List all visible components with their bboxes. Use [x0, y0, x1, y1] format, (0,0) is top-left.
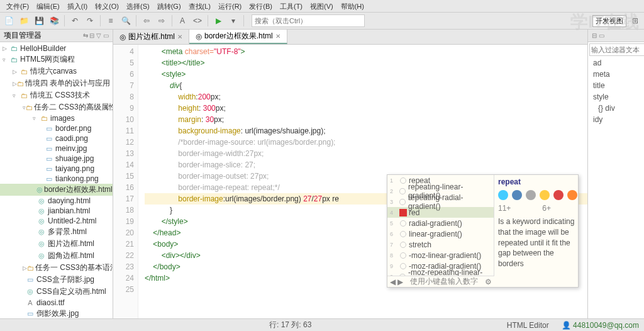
line-gutter: 45678910111213141516171819202122232425: [113, 45, 138, 318]
toolbar: 📄 📁 💾 📚 ↶ ↷ ≡ 🔍 ⇦ ⇨ A <> ▶ ▾ 开发视图 ⊞: [0, 13, 644, 30]
redo-icon[interactable]: ↷: [84, 14, 96, 27]
separator: [136, 15, 136, 26]
tab-active[interactable]: ◎border边框效果.html✕: [189, 30, 287, 44]
ac-item[interactable]: 6linear-gradient(): [387, 228, 494, 239]
outline-item[interactable]: meta: [588, 69, 644, 80]
menu-goto[interactable]: 跳转(G): [153, 1, 185, 11]
outline-item[interactable]: style: [588, 91, 644, 103]
menu-help[interactable]: 帮助(H): [337, 1, 368, 11]
autocomplete-popup: 1repeat 2repeating-linear-gradient() 3re…: [387, 174, 579, 288]
separator: [208, 15, 208, 26]
tree-folder[interactable]: ▷🗀情境四 表单的设计与应用: [0, 77, 113, 89]
project-tree[interactable]: ▷🗀HelloHBuilder ▿🗀HTML5网页编程 ▷🗀情境六canvas …: [0, 42, 113, 318]
find-icon[interactable]: 🔍: [119, 14, 132, 27]
watermark: 学IT在线: [570, 10, 639, 34]
tree-file[interactable]: Adiaosi.ttf: [0, 298, 113, 308]
dropdown-icon[interactable]: ▾: [227, 14, 240, 27]
menu-file[interactable]: 文件(F): [3, 1, 33, 11]
ac-item[interactable]: 8-moz-linear-gradient(): [387, 250, 494, 261]
outline-item[interactable]: {} div: [588, 103, 644, 114]
tree-file[interactable]: ◎jianbian.html: [0, 206, 113, 216]
tree-file[interactable]: ◎多背景.html: [0, 226, 113, 238]
tree-project[interactable]: ▿🗀HTML5网页编程: [0, 53, 113, 65]
menu-select[interactable]: 选择(S): [123, 1, 153, 11]
status-position: 行: 17 列: 63: [269, 320, 311, 330]
tree-folder[interactable]: ▿🗀images: [0, 113, 113, 123]
tree-file[interactable]: ◎daoying.html: [0, 196, 113, 206]
tree-folder[interactable]: ▿🗀情境五 CSS3技术: [0, 89, 113, 101]
autocomplete-list[interactable]: 1repeat 2repeating-linear-gradient() 3re…: [387, 175, 494, 276]
separator: [172, 15, 172, 26]
menu-convert[interactable]: 转义(O): [91, 1, 123, 11]
status-user[interactable]: 👤 44810049@qq.com: [562, 321, 639, 330]
separator: [243, 15, 244, 26]
new-file-icon[interactable]: 📄: [3, 14, 15, 27]
menu-insert[interactable]: 插入(I): [64, 1, 91, 11]
search-input[interactable]: [252, 14, 365, 27]
tree-file[interactable]: ◎Untitled-2.html: [0, 216, 113, 226]
tree-file[interactable]: ▭tiankong.png: [0, 174, 113, 184]
text-size-icon[interactable]: A: [176, 14, 189, 27]
menubar: 文件(F) 编辑(E) 插入(I) 转义(O) 选择(S) 跳转(G) 查找(L…: [0, 0, 644, 13]
close-icon[interactable]: ✕: [177, 33, 182, 40]
tree-file[interactable]: ▭taiyang.png: [0, 164, 113, 174]
save-all-icon[interactable]: 📚: [48, 14, 60, 27]
tree-file[interactable]: ◎圆角边框.html: [0, 250, 113, 262]
statusbar: 行: 17 列: 63 HTML Editor 👤 44810049@qq.co…: [0, 318, 644, 331]
outline-item[interactable]: idy: [588, 114, 644, 125]
tree-file[interactable]: ▭meinv.jpg: [0, 143, 113, 154]
menu-tools[interactable]: 工具(T): [276, 1, 306, 11]
format-icon[interactable]: ≡: [104, 14, 117, 27]
back-icon[interactable]: ⇦: [140, 14, 153, 27]
status-editor: HTML Editor: [507, 321, 549, 330]
ac-item[interactable]: 7stretch: [387, 239, 494, 250]
tree-file[interactable]: ▭倒影效果.jpg: [0, 308, 113, 318]
outline-panel: ⊟ ▭ ad meta title style {} div idy: [587, 30, 644, 318]
tree-file[interactable]: ◎图片边框.html: [0, 238, 113, 250]
autocomplete-doc: repeat 11+6+ Is a keyword indicating tha…: [494, 175, 581, 287]
tree-folder[interactable]: ▿🗀任务二 CSS3的高级属性: [0, 101, 113, 113]
tree-file[interactable]: ▭border.png: [0, 123, 113, 133]
doc-text: Is a keyword indicating that the image w…: [498, 216, 577, 269]
menu-run[interactable]: 运行(R): [214, 1, 245, 11]
menu-find[interactable]: 查找(L): [185, 1, 214, 11]
panel-title: 项目管理器: [4, 30, 42, 41]
filter-input[interactable]: [589, 43, 644, 56]
project-explorer: 项目管理器 ⇆ ⊟ ▽ ▭ ▷🗀HelloHBuilder ▿🗀HTML5网页编…: [0, 30, 113, 318]
tab[interactable]: ◎图片边框.html✕: [113, 30, 189, 44]
save-icon[interactable]: 💾: [33, 14, 45, 27]
tree-file-selected[interactable]: ◎border边框效果.html: [0, 184, 113, 196]
tree-file[interactable]: ◎CSS自定义动画.html: [0, 286, 113, 298]
menu-view[interactable]: 视图(V): [306, 1, 337, 11]
tree-file[interactable]: ▭shuaige.jpg: [0, 154, 113, 164]
tag-icon[interactable]: <>: [191, 14, 204, 27]
menu-edit[interactable]: 编辑(E): [33, 1, 64, 11]
outline-item[interactable]: title: [588, 80, 644, 91]
outline-item[interactable]: ad: [588, 57, 644, 69]
gear-icon[interactable]: ⚙: [485, 278, 492, 286]
editor-tabs: ◎图片边框.html✕ ◎border边框效果.html✕: [113, 30, 587, 45]
forward-icon[interactable]: ⇨: [155, 14, 168, 27]
tree-folder[interactable]: ▷🗀任务一 CSS3的基本语法: [0, 262, 113, 274]
tree-file[interactable]: ▭caodi.png: [0, 133, 113, 143]
close-icon[interactable]: ✕: [275, 33, 280, 40]
open-icon[interactable]: 📁: [18, 14, 30, 27]
doc-title: repeat: [498, 177, 577, 186]
panel-tools[interactable]: ⇆ ⊟ ▽ ▭: [83, 32, 109, 39]
web-icon: ◎: [196, 32, 202, 41]
tree-project[interactable]: ▷🗀HelloHBuilder: [0, 43, 113, 53]
separator: [64, 15, 65, 26]
panel-header: 项目管理器 ⇆ ⊟ ▽ ▭: [0, 30, 113, 42]
ac-item[interactable]: 0-moz-repeating-linear-gr...: [387, 271, 494, 276]
menu-publish[interactable]: 发行(B): [245, 1, 276, 11]
undo-icon[interactable]: ↶: [69, 14, 81, 27]
outline-list[interactable]: ad meta title style {} div idy: [588, 57, 644, 125]
ac-footer: ◀ ▶使用小键盘输入数字⚙: [387, 276, 494, 287]
tree-folder[interactable]: ▷🗀情境六canvas: [0, 65, 113, 77]
web-icon: ◎: [119, 33, 126, 42]
run-icon[interactable]: ▶: [212, 14, 225, 27]
ac-item[interactable]: 3repeating-radial-gradient(): [387, 196, 494, 207]
browser-support: [498, 190, 577, 200]
tree-file[interactable]: ▭CSS盒子阴影.jpg: [0, 274, 113, 286]
ac-item[interactable]: 5radial-gradient(): [387, 218, 494, 228]
